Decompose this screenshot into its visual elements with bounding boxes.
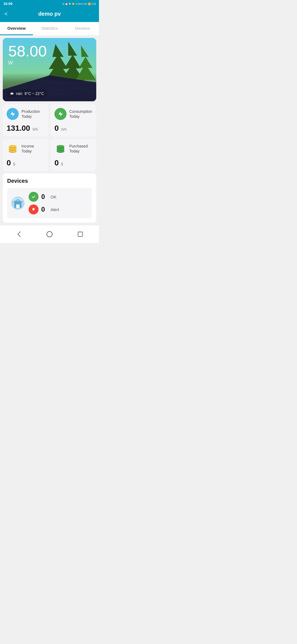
- tab-bar: Overview Statistics Devices: [0, 22, 99, 35]
- production-value-row: 131.00 Wh: [7, 124, 45, 133]
- device-icon: [11, 196, 25, 210]
- consumption-value: 0: [54, 124, 59, 133]
- consumption-header: Consumption Today: [54, 108, 92, 120]
- income-value-row: 0 $: [7, 159, 45, 167]
- purchased-value-row: 0 $: [54, 159, 92, 167]
- income-today-card: Income Today 0 $: [3, 139, 48, 171]
- weather-icon: 🌧: [10, 91, 14, 96]
- temp-range: 8°C ~ 22°C: [24, 91, 44, 96]
- nav-back-button[interactable]: [13, 229, 24, 240]
- back-button[interactable]: <: [4, 11, 8, 17]
- svg-point-30: [47, 231, 52, 237]
- nfc-icon: N: [62, 2, 64, 5]
- svg-marker-9: [10, 111, 15, 116]
- consumption-label: Consumption Today: [69, 109, 92, 119]
- income-header: Income Today: [7, 143, 45, 155]
- app-header: < demo pv: [0, 7, 99, 22]
- bluetooth-icon: ✱: [69, 2, 71, 5]
- bottom-navigation: [0, 225, 99, 243]
- purchased-today-card: Purchased Today 0 $: [51, 139, 96, 171]
- purchased-icon: [54, 143, 67, 155]
- status-ok-row: 0 OK: [29, 192, 88, 202]
- purchased-unit: $: [61, 162, 63, 166]
- alert-label: Alert: [51, 207, 59, 212]
- svg-point-27: [13, 198, 23, 201]
- ok-count: 0: [41, 193, 48, 201]
- consumption-today-card: Consumption Today 0 Wh: [51, 104, 96, 137]
- stats-grid: Production Today 131.00 Wh Consumption T…: [3, 104, 96, 171]
- page-title: demo pv: [38, 11, 61, 17]
- purchased-label: Purchased Today: [69, 144, 92, 154]
- income-unit: $: [13, 162, 15, 166]
- devices-section: Devices: [3, 173, 96, 223]
- income-label: Income Today: [21, 144, 45, 154]
- production-value: 131.00: [7, 124, 30, 133]
- status-time: 16:09: [3, 2, 12, 6]
- ok-indicator: [29, 192, 38, 202]
- tab-devices[interactable]: Devices: [66, 22, 99, 35]
- devices-title: Devices: [7, 178, 92, 184]
- production-today-card: Production Today 131.00 Wh: [3, 104, 48, 137]
- ok-label: OK: [51, 195, 57, 199]
- notification-icon: 🔔: [72, 2, 75, 5]
- nav-recent-button[interactable]: [75, 229, 86, 240]
- status-alert-row: 0 Alert: [29, 204, 88, 214]
- purchased-value: 0: [54, 159, 59, 167]
- tab-overview[interactable]: Overview: [0, 22, 33, 35]
- hero-panel: 58.00 W 🌧 rain 8°C ~ 22°C: [3, 38, 96, 101]
- consumption-value-row: 0 Wh: [54, 124, 92, 133]
- alert-indicator: [29, 204, 38, 214]
- device-card: 0 OK 0 Alert: [7, 188, 92, 218]
- income-icon: [7, 143, 19, 155]
- svg-point-22: [57, 145, 64, 148]
- status-icons: N ⏰ ✱ 🔔 9.3K/s 5G 📶 [73]: [62, 2, 96, 5]
- alarm-icon: ⏰: [65, 2, 68, 5]
- consumption-unit: Wh: [61, 127, 67, 132]
- battery-icon: [73]: [92, 2, 96, 5]
- nav-home-button[interactable]: [44, 229, 55, 240]
- svg-rect-26: [16, 204, 20, 208]
- income-value: 0: [7, 159, 11, 167]
- purchased-header: Purchased Today: [54, 143, 92, 155]
- power-value: 58.00: [8, 43, 47, 59]
- speed-icon: 9.3K/s: [76, 2, 83, 5]
- wifi-icon: 5G: [84, 2, 87, 5]
- power-unit: W: [8, 60, 47, 66]
- weather-info: 🌧 rain 8°C ~ 22°C: [7, 90, 47, 97]
- weather-label: rain: [16, 91, 22, 96]
- production-icon: [7, 108, 19, 120]
- svg-rect-31: [78, 232, 83, 237]
- consumption-icon: [54, 108, 67, 120]
- svg-marker-10: [58, 111, 63, 116]
- production-label: Production Today: [21, 109, 45, 119]
- production-header: Production Today: [7, 108, 45, 120]
- svg-rect-29: [33, 210, 34, 210]
- tab-statistics[interactable]: Statistics: [33, 22, 66, 35]
- signal-icon: 📶: [88, 2, 91, 5]
- device-status-list: 0 OK 0 Alert: [29, 192, 88, 214]
- status-bar: 16:09 N ⏰ ✱ 🔔 9.3K/s 5G 📶 [73]: [0, 0, 99, 7]
- hero-power: 58.00 W: [8, 43, 47, 66]
- svg-point-16: [9, 145, 16, 148]
- alert-count: 0: [41, 206, 48, 213]
- production-unit: Wh: [32, 127, 38, 132]
